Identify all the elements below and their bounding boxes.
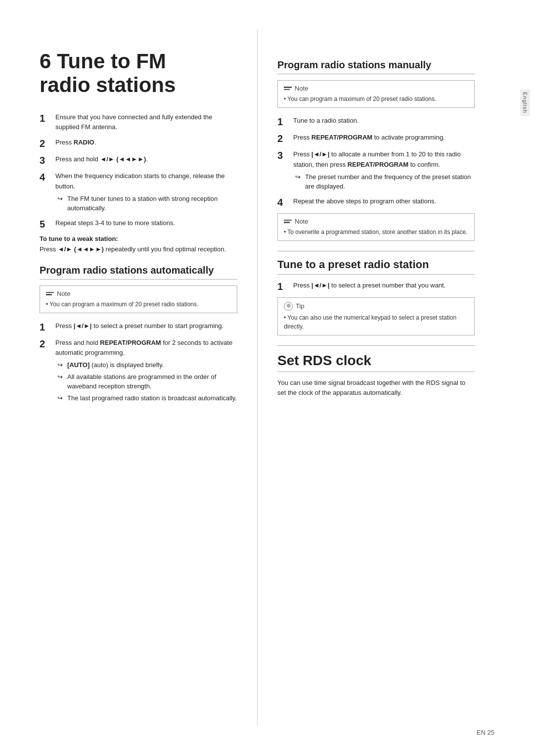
step-num-5: 5 (40, 218, 50, 230)
manual-arrow-text-1: The preset number and the frequency of t… (305, 172, 475, 191)
preset-step-1: 1 Press |◄/►| to select a preset number … (277, 281, 475, 292)
preset-step-num-1: 1 (277, 281, 288, 292)
manual-step-content-3: Press |◄/►| to allocate a number from 1 … (293, 149, 475, 191)
auto-step-num-1: 1 (40, 321, 50, 333)
divider-1 (277, 251, 475, 251)
manual-note-header-2: Note (284, 218, 468, 225)
manual-step-num-2: 2 (277, 133, 288, 144)
auto-note-text: • You can program a maximum of 20 preset… (46, 300, 231, 309)
chapter-number: 6 (40, 49, 51, 73)
step-content-5: Repeat steps 3-4 to tune to more station… (55, 218, 175, 229)
step-4-arrow: ↪ The FM tuner tunes to a station with s… (57, 194, 237, 213)
manual-note-header: Note (284, 85, 468, 92)
intro-steps: 1 Ensure that you have connected and ful… (40, 112, 237, 230)
page: 6 Tune to FMradio stations 1 Ensure that… (0, 0, 534, 756)
manual-step-content-1: Tune to a radio station. (293, 116, 359, 126)
auto-step-1: 1 Press |◄/►| to select a preset number … (40, 321, 237, 333)
auto-steps: 1 Press |◄/►| to select a preset number … (40, 321, 237, 403)
manual-note-text-2: • To overwrite a programmed station, sto… (284, 228, 468, 236)
auto-note-box: Note • You can program a maximum of 20 p… (40, 285, 237, 313)
right-column: Program radio stations manually Note • Y… (257, 30, 514, 726)
manual-note-box: Note • You can program a maximum of 20 p… (277, 80, 475, 108)
step-num-2: 2 (40, 138, 50, 149)
manual-note-box-2: Note • To overwrite a programmed station… (277, 213, 475, 241)
manual-section-title: Program radio stations manually (277, 59, 475, 74)
weak-station-text: Press ◄/► (◄◄►►) repeatedly until you fi… (40, 244, 237, 255)
auto-note-header: Note (46, 290, 231, 297)
rds-section-text: You can use time signal broadcast togeth… (277, 378, 475, 399)
tip-box: ✲ Tip • You can also use the numerical k… (277, 297, 475, 335)
auto-note-label: Note (57, 290, 70, 297)
preset-section-title: Tune to a preset radio station (277, 258, 475, 275)
step-4-arrow-text: The FM tuner tunes to a station with str… (67, 194, 237, 213)
auto-step-2: 2 Press and hold REPEAT/PROGRAM for 2 se… (40, 338, 237, 403)
step-num-3: 3 (40, 154, 50, 166)
rds-section-title: Set RDS clock (277, 353, 475, 372)
chapter-title: 6 Tune to FMradio stations (40, 49, 237, 97)
manual-note-text: • You can program a maximum of 20 preset… (284, 94, 468, 103)
page-number: EN 25 (477, 729, 494, 736)
manual-step-1: 1 Tune to a radio station. (277, 116, 475, 128)
step-2: 2 Press RADIO. (40, 138, 237, 149)
weak-station-label: To tune to a weak station: (40, 235, 237, 242)
auto-step-num-2: 2 (40, 338, 50, 350)
step-4: 4 When the frequency indication starts t… (40, 171, 237, 213)
auto-arrow-text-1: [AUTO] (auto) is displayed briefly. (67, 360, 164, 370)
note-icon-manual-2 (284, 220, 292, 223)
tip-text: • You can also use the numerical keypad … (284, 313, 468, 331)
preset-step-content-1: Press |◄/►| to select a preset number th… (293, 281, 445, 291)
auto-arrow-text-3: The last programed radio station is broa… (67, 393, 237, 403)
auto-arrow-3: ↪ The last programed radio station is br… (57, 393, 237, 403)
step-content-3: Press and hold ◄/► (◄◄►►). (55, 154, 148, 165)
tip-label: Tip (296, 302, 305, 310)
auto-step-content-1: Press |◄/►| to select a preset number to… (55, 321, 223, 331)
step-3: 3 Press and hold ◄/► (◄◄►►). (40, 154, 237, 166)
auto-arrow-text-2: All available stations are programmed in… (67, 372, 237, 391)
manual-steps: 1 Tune to a radio station. 2 Press REPEA… (277, 116, 475, 208)
step-5: 5 Repeat steps 3-4 to tune to more stati… (40, 218, 237, 230)
step-1: 1 Ensure that you have connected and ful… (40, 112, 237, 133)
manual-step-3: 3 Press |◄/►| to allocate a number from … (277, 149, 475, 191)
auto-step-content-2: Press and hold REPEAT/PROGRAM for 2 seco… (55, 338, 237, 403)
manual-step-num-1: 1 (277, 116, 288, 128)
tip-header: ✲ Tip (284, 302, 468, 311)
auto-arrow-2: ↪ All available stations are programmed … (57, 372, 237, 391)
auto-arrow-1: ↪ [AUTO] (auto) is displayed briefly. (57, 360, 237, 370)
manual-note-label: Note (295, 85, 308, 92)
step-num-4: 4 (40, 171, 50, 183)
arrow-symbol: ↪ (57, 194, 64, 213)
manual-step-4: 4 Repeat the above steps to program othe… (277, 196, 475, 208)
manual-step-num-3: 3 (277, 149, 288, 161)
manual-step-content-2: Press REPEAT/PROGRAM to activate program… (293, 133, 445, 143)
manual-step-2: 2 Press REPEAT/PROGRAM to activate progr… (277, 133, 475, 144)
step-content-1: Ensure that you have connected and fully… (55, 112, 237, 133)
left-column: 6 Tune to FMradio stations 1 Ensure that… (0, 30, 257, 726)
note-icon-manual (284, 87, 292, 90)
step-content-4: When the frequency indication starts to … (55, 171, 237, 213)
note-icon (46, 292, 54, 295)
step-content-2: Press RADIO. (55, 138, 96, 148)
step-num-1: 1 (40, 112, 50, 124)
manual-step-num-4: 4 (277, 196, 288, 208)
manual-arrow-1: ↪ The preset number and the frequency of… (295, 172, 475, 191)
tip-icon: ✲ (284, 302, 293, 311)
auto-section-title: Program radio stations automatically (40, 265, 237, 280)
language-sidebar: English (520, 89, 530, 116)
preset-steps: 1 Press |◄/►| to select a preset number … (277, 281, 475, 292)
manual-step-content-4: Repeat the above steps to program other … (293, 196, 436, 207)
manual-note-label-2: Note (295, 218, 308, 225)
divider-2 (277, 345, 475, 346)
